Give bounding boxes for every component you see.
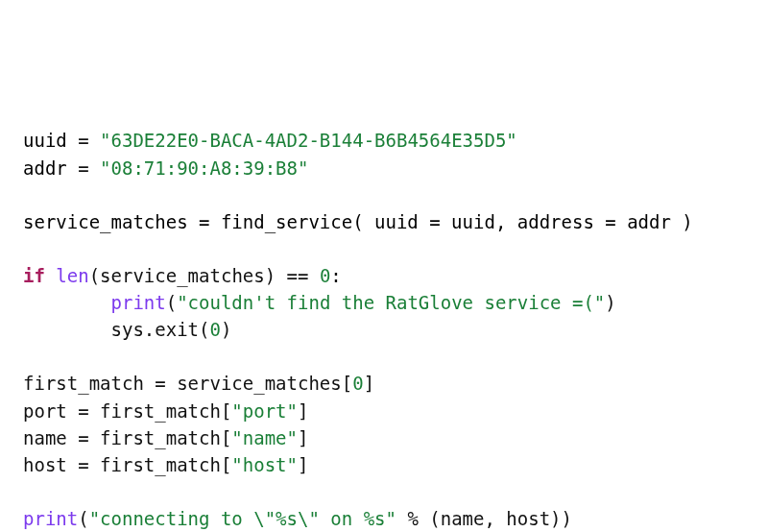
code-line-4: service_matches = find_service( uuid = u… bbox=[23, 208, 745, 235]
indent bbox=[23, 292, 111, 313]
str-msg: "couldn't find the RatGlove service =(" bbox=[177, 292, 605, 313]
cond: (service_matches) == bbox=[89, 265, 320, 286]
stmt-find-service: service_matches = find_service( uuid = u… bbox=[23, 211, 693, 232]
bracket: ] bbox=[298, 454, 308, 475]
indent bbox=[23, 319, 111, 340]
colon: : bbox=[330, 265, 341, 286]
code-line-3 bbox=[23, 181, 745, 208]
code-line-1: uuid = "63DE22E0-BACA-4AD2-B144-B6B4564E… bbox=[23, 127, 745, 154]
paren: ( bbox=[166, 292, 177, 313]
code-line-9 bbox=[23, 343, 745, 370]
code-line-13: host = first_match["host"] bbox=[23, 451, 745, 478]
var-addr: addr bbox=[23, 157, 67, 179]
eq: = bbox=[67, 157, 100, 179]
str-host: "host" bbox=[231, 454, 298, 475]
fmt-rest: % (name, host)) bbox=[396, 508, 572, 529]
stmt-port: port = first_match[ bbox=[23, 400, 231, 422]
sys-exit: sys.exit( bbox=[111, 319, 210, 340]
space bbox=[45, 265, 56, 286]
code-line-7: print("couldn't find the RatGlove servic… bbox=[23, 289, 745, 316]
code-line-2: addr = "08:71:90:A8:39:B8" bbox=[23, 155, 745, 181]
eq: = bbox=[67, 130, 100, 151]
num-zero: 0 bbox=[352, 373, 363, 394]
kw-if: if bbox=[23, 265, 45, 286]
num-zero: 0 bbox=[320, 265, 330, 286]
var-uuid: uuid bbox=[23, 130, 67, 151]
bi-len: len bbox=[56, 265, 88, 286]
code-line-15: print("connecting to \"%s\" on %s" % (na… bbox=[23, 505, 745, 532]
bracket: ] bbox=[364, 373, 374, 394]
str-uuid: "63DE22E0-BACA-4AD2-B144-B6B4564E35D5" bbox=[100, 130, 517, 151]
code-line-8: sys.exit(0) bbox=[23, 316, 745, 343]
bracket: ] bbox=[298, 400, 308, 422]
str-connecting: "connecting to \"%s\" on %s" bbox=[89, 508, 396, 529]
stmt-host: host = first_match[ bbox=[23, 454, 231, 475]
bracket: ] bbox=[298, 427, 308, 448]
bi-print: print bbox=[111, 292, 166, 313]
str-name: "name" bbox=[231, 427, 298, 448]
code-line-11: port = first_match["port"] bbox=[23, 398, 745, 424]
num-zero: 0 bbox=[209, 319, 220, 340]
paren: ) bbox=[605, 292, 615, 313]
stmt-first-match: first_match = service_matches[ bbox=[23, 373, 352, 394]
paren: ) bbox=[221, 319, 231, 340]
bi-print: print bbox=[23, 508, 78, 529]
code-line-6: if len(service_matches) == 0: bbox=[23, 262, 745, 289]
code-line-14 bbox=[23, 478, 745, 505]
code-line-12: name = first_match["name"] bbox=[23, 424, 745, 451]
code-line-10: first_match = service_matches[0] bbox=[23, 370, 745, 397]
code-line-5 bbox=[23, 235, 745, 262]
paren: ( bbox=[78, 508, 88, 529]
stmt-name: name = first_match[ bbox=[23, 427, 231, 448]
str-addr: "08:71:90:A8:39:B8" bbox=[100, 157, 308, 179]
str-port: "port" bbox=[231, 400, 298, 422]
